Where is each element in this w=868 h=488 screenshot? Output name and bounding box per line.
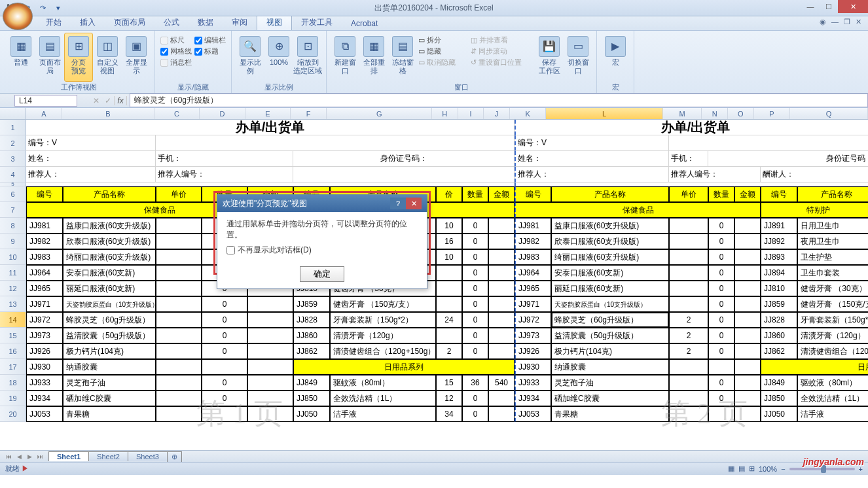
col-header-J[interactable]: J: [484, 108, 510, 119]
col-header-B[interactable]: B: [62, 108, 154, 119]
zoom-level[interactable]: 100%: [759, 465, 777, 473]
ruler-checkbox[interactable]: 标尺: [160, 35, 192, 45]
syncscroll-button[interactable]: ⇵ 同步滚动: [471, 46, 533, 56]
gridlines-checkbox[interactable]: 网格线: [160, 46, 192, 56]
hide-button[interactable]: ▭ 隐藏: [418, 46, 468, 56]
cell[interactable]: 手机：: [669, 151, 708, 167]
status-bar: 就绪 ▶ ▦ ▤ ⊞ 100% − +: [0, 462, 868, 475]
tab-first-icon[interactable]: ⏮: [4, 452, 13, 461]
tab-insert[interactable]: 插入: [71, 15, 105, 30]
col-header-D[interactable]: D: [200, 108, 245, 119]
tab-data[interactable]: 数据: [189, 15, 223, 30]
unhide-button[interactable]: ▭ 取消隐藏: [418, 58, 468, 67]
tab-home[interactable]: 开始: [37, 15, 71, 30]
tab-dev[interactable]: 开发工具: [292, 15, 342, 30]
zoom-slider[interactable]: [789, 468, 855, 470]
tab-pagelayout[interactable]: 页面布局: [105, 15, 154, 30]
zoom-button[interactable]: 🔍显示比例: [236, 33, 264, 82]
col-header-O[interactable]: O: [728, 108, 754, 119]
office-button[interactable]: [3, 3, 33, 30]
col-header-M[interactable]: M: [663, 108, 702, 119]
view-shortcut-pagebreak[interactable]: ⊞: [749, 464, 755, 473]
help-icon[interactable]: ◉: [820, 18, 826, 26]
macros-button[interactable]: ▶宏: [601, 33, 630, 82]
newwindow-button[interactable]: ⧉新建窗口: [331, 33, 359, 82]
col-header-Q[interactable]: Q: [790, 108, 868, 119]
maximize-button[interactable]: ☐: [820, 0, 838, 13]
col-header-C[interactable]: C: [154, 108, 200, 119]
custom-view-button[interactable]: ◫自定义 视图: [93, 33, 122, 82]
doc-close-button[interactable]: ✕: [856, 18, 861, 26]
formula-input[interactable]: 蜂胶灵芝（60g升级版）: [130, 94, 868, 107]
name-box[interactable]: L14: [14, 95, 77, 107]
qat-dropdown-icon[interactable]: ▾: [51, 1, 65, 14]
pagelayout-view-button[interactable]: ▤页面布局: [35, 33, 64, 82]
cell[interactable]: 推荐人编号：: [156, 167, 293, 183]
row-header[interactable]: 1: [0, 120, 26, 135]
switchwindow-button[interactable]: ▭切换窗口: [564, 33, 592, 82]
tab-acrobat[interactable]: Acrobat: [342, 17, 387, 30]
col-header-A[interactable]: A: [26, 108, 63, 119]
tab-last-icon[interactable]: ⏭: [35, 452, 45, 461]
arrangeall-button[interactable]: ▦全部重排: [359, 33, 388, 82]
normal-view-button[interactable]: ▦普通: [7, 33, 35, 82]
select-all-corner[interactable]: [0, 108, 26, 119]
tab-prev-icon[interactable]: ◀: [14, 452, 24, 461]
view-shortcut-normal[interactable]: ▦: [728, 464, 734, 473]
col-header-G[interactable]: G: [327, 108, 432, 119]
split-button[interactable]: ▭ 拆分: [418, 35, 468, 45]
dialog-help-button[interactable]: ?: [390, 198, 406, 209]
macro-record-icon[interactable]: ▶: [22, 464, 29, 472]
cell[interactable]: 身份证号码：: [293, 151, 515, 167]
col-header-F[interactable]: F: [291, 108, 327, 119]
minimize-button[interactable]: —: [801, 0, 820, 13]
cell[interactable]: 编号：V: [26, 135, 156, 151]
spreadsheet-grid[interactable]: ABCDEFGHIJKLMNOPQ 1办单/出货单办单/出货单2编号：V编号：V…: [0, 108, 868, 450]
messagebar-checkbox[interactable]: 消息栏: [160, 58, 192, 67]
cell[interactable]: 酬谢人：: [761, 167, 868, 183]
sheet-tab-2[interactable]: Sheet2: [88, 451, 128, 461]
resetpos-button[interactable]: ↺ 重设窗口位置: [471, 58, 533, 67]
tab-next-icon[interactable]: ▶: [25, 452, 34, 461]
sheet-tab-3[interactable]: Sheet3: [128, 451, 168, 461]
col-header-K[interactable]: K: [510, 108, 547, 119]
cell[interactable]: 推荐人编号：: [669, 167, 761, 183]
cell[interactable]: [156, 135, 515, 151]
fullscreen-button[interactable]: ▣全屏显示: [122, 33, 151, 82]
new-sheet-button[interactable]: ⊕: [167, 451, 182, 462]
formulabar-checkbox[interactable]: 编辑栏: [194, 35, 226, 45]
fx-button[interactable]: fx: [114, 96, 127, 105]
dialog-close-button[interactable]: ✕: [406, 198, 422, 209]
sidebyside-button[interactable]: ◫ 并排查看: [471, 35, 533, 45]
col-header-P[interactable]: P: [754, 108, 791, 119]
col-header-N[interactable]: N: [702, 108, 728, 119]
zoom-out-button[interactable]: −: [781, 465, 785, 473]
doc-restore-button[interactable]: ❐: [844, 18, 850, 26]
cell[interactable]: 身份证号码：: [708, 151, 868, 167]
tab-view[interactable]: 视图: [257, 14, 292, 30]
dont-show-checkbox[interactable]: 不再显示此对话框(D): [226, 245, 418, 256]
cell[interactable]: [293, 167, 515, 183]
col-header-H[interactable]: H: [432, 108, 458, 119]
zoom100-button[interactable]: ⊕100%: [264, 33, 293, 82]
cell[interactable]: 推荐人：: [26, 167, 156, 183]
cell[interactable]: 手机：: [156, 151, 293, 167]
tab-review[interactable]: 审阅: [223, 15, 257, 30]
close-button[interactable]: ✕: [838, 0, 868, 13]
tab-formulas[interactable]: 公式: [154, 15, 189, 30]
col-header-E[interactable]: E: [245, 108, 291, 119]
dialog-ok-button[interactable]: 确定: [300, 266, 344, 282]
freeze-button[interactable]: ▤冻结窗格: [388, 33, 417, 82]
cell[interactable]: [669, 135, 868, 151]
pagebreak-preview-button[interactable]: ⊞分页 预览: [64, 33, 93, 82]
zoom-selection-button[interactable]: ⊡缩放到 选定区域: [293, 33, 322, 82]
col-header-I[interactable]: I: [458, 108, 484, 119]
saveworkspace-button[interactable]: 💾保存 工作区: [535, 33, 564, 82]
redo-icon[interactable]: ↷: [35, 1, 50, 14]
sheet-tab-1[interactable]: Sheet1: [48, 451, 89, 461]
headings-checkbox[interactable]: 标题: [194, 46, 226, 56]
col-header-L[interactable]: L: [546, 108, 662, 119]
doc-minimize-button[interactable]: —: [831, 18, 839, 26]
cell[interactable]: 姓名：: [26, 151, 156, 167]
view-shortcut-layout[interactable]: ▤: [738, 464, 745, 473]
